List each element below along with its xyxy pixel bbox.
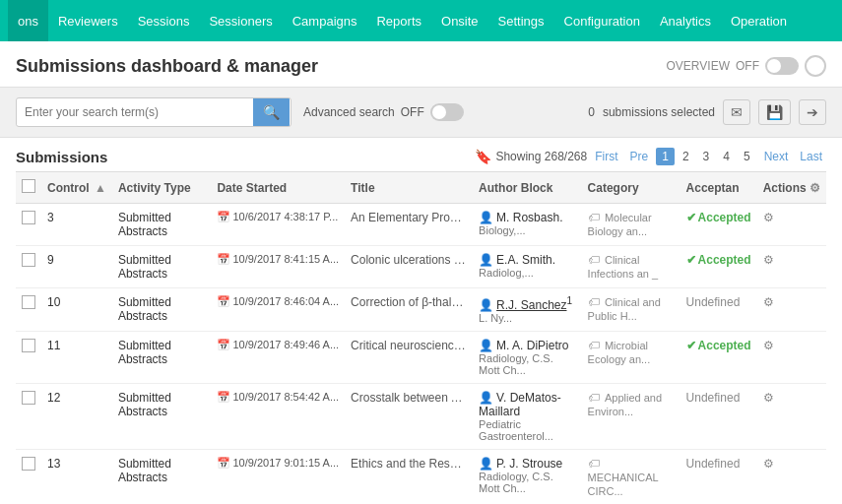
author-affiliation: Biology,... [479,224,576,236]
header-actions: Actions ⚙ [757,172,826,204]
export-button[interactable]: 💾 [758,99,791,125]
row-title: An Elementary Proof of ... [345,204,473,246]
row-category: 🏷 MECHANICAL CIRC... [582,450,680,505]
row-category: 🏷 Molecular Biology an... [582,204,680,246]
nav-item-configuration[interactable]: Configuration [554,0,650,41]
table-header-row: Submissions 🔖 Showing 268/268 First Pre … [16,138,826,171]
check-icon: ✔ [686,211,696,224]
calendar-icon: 📅 [217,253,230,265]
page-1-button[interactable]: 1 [656,148,675,165]
last-page-button[interactable]: Last [796,148,826,165]
page-5-button[interactable]: 5 [738,148,756,165]
nav-item-reviewers[interactable]: Reviewers [48,0,128,41]
row-checkbox[interactable] [22,295,35,309]
nav-item-ons[interactable]: ons [8,0,48,41]
first-page-button[interactable]: First [591,148,621,165]
row-gear-icon[interactable]: ⚙ [763,391,774,405]
row-checkbox[interactable] [22,391,35,405]
row-gear-icon[interactable]: ⚙ [763,211,774,224]
calendar-icon: 📅 [217,339,230,350]
row-gear-icon[interactable]: ⚙ [763,253,774,267]
row-status: ✔ Accepted [680,246,757,288]
overview-toggle-switch[interactable] [765,57,799,75]
advanced-search-label: Advanced search [303,105,395,119]
row-category: 🏷 Microbial Ecology an... [582,332,680,384]
nav-item-analytics[interactable]: Analytics [650,0,721,41]
status-accepted: ✔ Accepted [686,253,751,267]
row-actions: ⚙ [757,288,826,332]
page-2-button[interactable]: 2 [677,148,695,165]
row-date: 📅10/9/2017 9:01:15 A... [211,450,345,505]
row-checkbox[interactable] [22,339,35,352]
tag-icon: 🏷 [588,339,600,352]
page-3-button[interactable]: 3 [697,148,716,165]
row-actions: ⚙ [757,384,826,450]
row-gear-icon[interactable]: ⚙ [763,295,774,309]
search-bar: 🔍 Advanced search OFF 0 submissions sele… [0,88,842,138]
calendar-icon: 📅 [217,391,230,403]
table-row: 3 Submitted Abstracts 📅10/6/2017 4:38:17… [16,204,826,246]
person-icon: 👤 [479,253,493,267]
share-button[interactable]: ➔ [799,99,826,125]
status-accepted: ✔ Accepted [686,211,751,224]
selected-info: 0 submissions selected ✉ 💾 ➔ [588,99,826,125]
row-activity-type: Submitted Abstracts [112,204,212,246]
nav-item-sessions[interactable]: Sessions [128,0,200,41]
row-checkbox[interactable] [22,253,35,267]
row-activity-type: Submitted Abstracts [112,246,212,288]
author-affiliation: Radiology, C.S. Mott Ch... [479,471,576,494]
row-title: Critical neuroscience—... [345,332,473,384]
row-activity-type: Submitted Abstracts [112,288,212,332]
row-date: 📅10/9/2017 8:54:42 A... [211,384,345,450]
page-4-button[interactable]: 4 [717,148,736,165]
row-gear-icon[interactable]: ⚙ [763,339,774,352]
header-acceptan: Acceptan [680,172,757,204]
row-status: ✔ Accepted [680,204,757,246]
row-date: 📅10/6/2017 4:38:17 P... [211,204,345,246]
email-button[interactable]: ✉ [723,99,750,125]
gear-icon[interactable]: ⚙ [810,181,820,195]
advanced-search-state: OFF [401,105,424,119]
overview-toggle: OVERVIEW OFF [667,55,826,77]
page-title: Submissions dashboard & manager [16,56,318,77]
author-name-link[interactable]: R.J. Sanchez [496,298,566,312]
header-checkbox-col [16,172,41,204]
row-title: Correction of β-thalass... [345,288,473,332]
row-checkbox[interactable] [22,211,35,224]
submissions-table: Control ▲ Activity Type Date Started Tit… [16,171,826,504]
table-section: Submissions 🔖 Showing 268/268 First Pre … [0,138,842,504]
nav-item-settings[interactable]: Settings [488,0,554,41]
row-control: 3 [41,204,112,246]
row-gear-icon[interactable]: ⚙ [763,457,774,471]
row-checkbox[interactable] [22,457,35,471]
nav-item-reports[interactable]: Reports [366,0,431,41]
row-status: Undefined [680,450,757,505]
search-input-wrap: 🔍 [16,97,291,127]
row-category: 🏷 Clinical and Public H... [582,288,680,332]
tag-icon: 🏷 [588,211,600,224]
row-status: Undefined [680,288,757,332]
row-activity-type: Submitted Abstracts [112,332,212,384]
overview-circle-icon [805,55,826,77]
row-control: 13 [41,450,112,505]
select-all-checkbox[interactable] [22,179,35,193]
nav-item-operation[interactable]: Operation [721,0,797,41]
page-header: Submissions dashboard & manager OVERVIEW… [0,41,842,88]
advanced-search-toggle[interactable] [430,103,464,121]
author-name: M. Rosbash. [496,211,562,224]
row-category: 🏷 Applied and Environ... [582,384,680,450]
prev-page-button[interactable]: Pre [626,148,653,165]
calendar-icon: 📅 [217,211,230,222]
calendar-icon: 📅 [217,295,230,307]
nav-item-onsite[interactable]: Onsite [431,0,488,41]
row-date: 📅10/9/2017 8:41:15 A... [211,246,345,288]
search-input[interactable] [17,99,253,125]
row-checkbox-cell [16,332,41,384]
nav-item-sessioners[interactable]: Sessioners [199,0,282,41]
nav-item-campaigns[interactable]: Campaigns [283,0,367,41]
next-page-button[interactable]: Next [760,148,793,165]
sort-icon: ▲ [95,181,106,195]
row-title: Crosstalk between Ani... [345,384,473,450]
search-button[interactable]: 🔍 [253,98,290,126]
tag-icon: 🏷 [588,391,600,405]
